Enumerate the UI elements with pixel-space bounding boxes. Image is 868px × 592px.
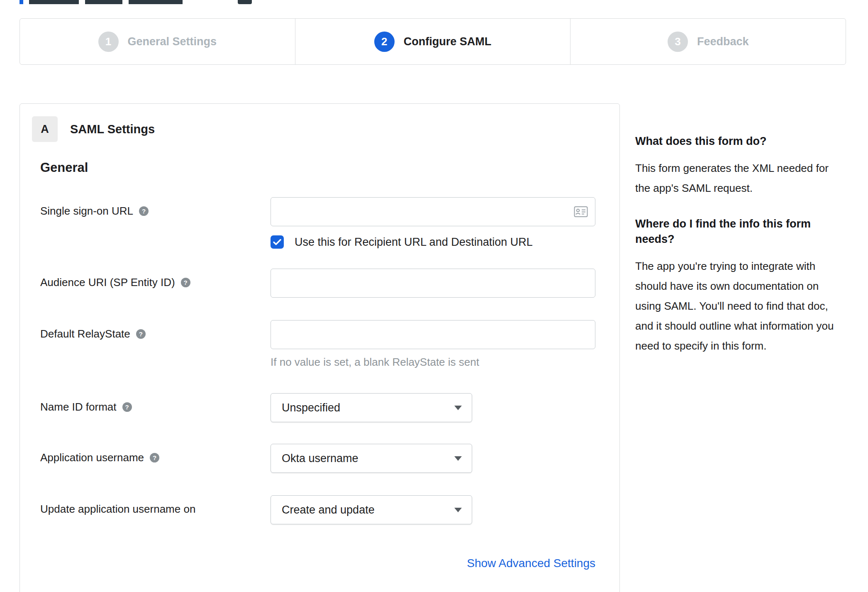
help-panel: What does this form do? This form genera… (635, 134, 845, 356)
field-row-relay-state: Default RelayState ? If no value is set,… (20, 320, 619, 369)
name-id-format-select[interactable]: Unspecified (271, 393, 472, 422)
app-username-control: Okta username (271, 444, 598, 473)
help-section-where-title: Where do I find the info this form needs… (635, 216, 845, 247)
wizard-stepper: 1 General Settings 2 Configure SAML 3 Fe… (20, 18, 846, 65)
app-username-help-icon[interactable]: ? (150, 453, 159, 462)
step-3-label: Feedback (697, 35, 749, 48)
help-section-what-body: This form generates the XML needed for t… (635, 158, 845, 198)
sso-url-control: Use this for Recipient URL and Destinati… (271, 197, 598, 249)
app-username-select[interactable]: Okta username (271, 444, 472, 473)
sso-url-input[interactable] (271, 197, 595, 226)
relay-state-control: If no value is set, a blank RelayState i… (271, 320, 598, 369)
contact-card-icon[interactable] (574, 206, 588, 218)
update-username-value: Create and update (282, 504, 375, 516)
update-username-label-cell: Update application username on (40, 495, 271, 516)
help-section-what: What does this form do? This form genera… (635, 134, 845, 198)
general-group-title: General (40, 160, 619, 175)
card-title: SAML Settings (70, 122, 155, 136)
recipient-url-checkbox-label: Use this for Recipient URL and Destinati… (295, 236, 533, 249)
recipient-url-checkbox-row: Use this for Recipient URL and Destinati… (271, 235, 598, 249)
section-a-badge: A (32, 116, 58, 142)
step-feedback[interactable]: 3 Feedback (571, 19, 846, 64)
name-id-format-value: Unspecified (282, 401, 340, 414)
recipient-url-checkbox[interactable] (271, 235, 284, 249)
name-id-format-label-cell: Name ID format ? (40, 393, 271, 414)
audience-uri-input[interactable] (271, 269, 595, 298)
step-3-circle: 3 (668, 32, 688, 52)
show-advanced-settings-link[interactable]: Show Advanced Settings (467, 557, 595, 570)
sso-url-help-icon[interactable]: ? (139, 206, 149, 216)
name-id-format-help-icon[interactable]: ? (122, 402, 132, 412)
page: { "colors": { "accent": "#1662dd", "link… (0, 0, 868, 592)
app-username-label-cell: Application username ? (40, 444, 271, 465)
name-id-format-label: Name ID format (40, 400, 117, 414)
clipped-title-remnant (0, 0, 868, 4)
field-row-update-username: Update application username on Create an… (20, 495, 619, 524)
saml-form: Single sign-on URL ? (20, 197, 619, 570)
step-2-label: Configure SAML (404, 35, 491, 48)
relay-state-hint: If no value is set, a blank RelayState i… (271, 356, 598, 369)
help-section-what-title: What does this form do? (635, 134, 845, 149)
saml-settings-card: A SAML Settings General Single sign-on U… (20, 103, 620, 592)
relay-state-input[interactable] (271, 320, 595, 349)
audience-uri-help-icon[interactable]: ? (181, 278, 190, 287)
step-2-circle: 2 (374, 32, 395, 52)
chevron-down-icon (454, 508, 462, 512)
card-header: A SAML Settings (32, 116, 619, 142)
field-row-audience-uri: Audience URI (SP Entity ID) ? (20, 269, 619, 298)
chevron-down-icon (454, 456, 462, 461)
step-1-circle: 1 (98, 32, 119, 52)
relay-state-label-cell: Default RelayState ? (40, 320, 271, 341)
step-1-label: General Settings (128, 35, 217, 48)
chevron-down-icon (454, 406, 462, 410)
sso-url-label-cell: Single sign-on URL ? (40, 197, 271, 218)
update-username-label: Update application username on (40, 502, 195, 516)
audience-uri-control (271, 269, 598, 298)
audience-uri-label: Audience URI (SP Entity ID) (40, 275, 175, 289)
help-section-where-body: The app you're trying to integrate with … (635, 256, 845, 356)
app-username-value: Okta username (282, 452, 358, 465)
name-id-format-control: Unspecified (271, 393, 598, 422)
step-general-settings[interactable]: 1 General Settings (20, 19, 295, 64)
clipped-accent-bar (20, 0, 23, 4)
advanced-settings-row: Show Advanced Settings (20, 557, 595, 570)
field-row-name-id-format: Name ID format ? Unspecified (20, 393, 619, 422)
help-section-where: Where do I find the info this form needs… (635, 216, 845, 356)
field-row-app-username: Application username ? Okta username (20, 444, 619, 473)
audience-uri-label-cell: Audience URI (SP Entity ID) ? (40, 269, 271, 289)
relay-state-label: Default RelayState (40, 327, 130, 341)
app-username-label: Application username (40, 450, 144, 465)
update-username-select[interactable]: Create and update (271, 495, 472, 524)
field-row-sso-url: Single sign-on URL ? (20, 197, 619, 249)
sso-url-label: Single sign-on URL (40, 204, 133, 218)
update-username-control: Create and update (271, 495, 598, 524)
relay-state-help-icon[interactable]: ? (136, 329, 146, 339)
step-configure-saml[interactable]: 2 Configure SAML (295, 19, 571, 64)
